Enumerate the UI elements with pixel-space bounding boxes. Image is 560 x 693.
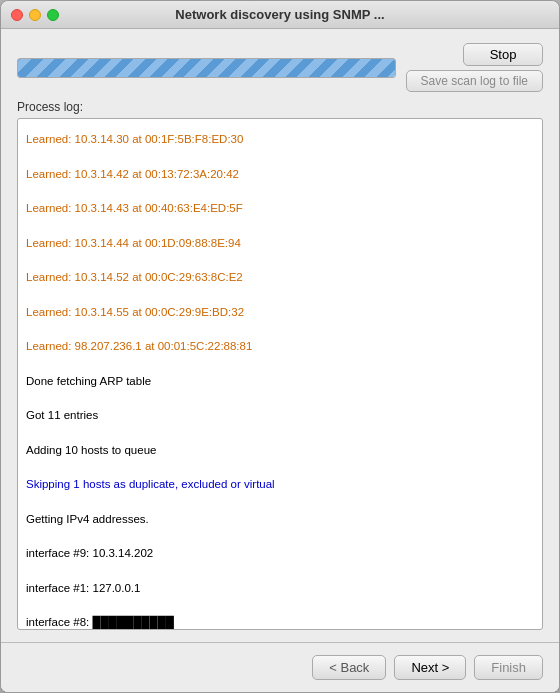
log-text[interactable]: Collecting data ... SNMPCrawler started … xyxy=(18,119,542,629)
window-title: Network discovery using SNMP ... xyxy=(175,7,384,22)
log-line: Learned: 10.3.14.55 at 00:0C:29:9E:BD:32 xyxy=(26,304,534,321)
log-line: Skipping 1 hosts as duplicate, excluded … xyxy=(26,476,534,493)
save-log-button[interactable]: Save scan log to file xyxy=(406,70,543,92)
log-line: Learned: 10.3.14.30 at 00:1F:5B:F8:ED:30 xyxy=(26,131,534,148)
log-line: Learned: 98.207.236.1 at 00:01:5C:22:88:… xyxy=(26,338,534,355)
back-button[interactable]: < Back xyxy=(312,655,386,680)
log-line: interface #8: ██████████ xyxy=(26,614,534,629)
traffic-lights xyxy=(11,9,59,21)
main-window: Network discovery using SNMP ... Stop Sa… xyxy=(0,0,560,693)
close-button[interactable] xyxy=(11,9,23,21)
log-line: interface #1: 127.0.0.1 xyxy=(26,580,534,597)
log-line: Got 11 entries xyxy=(26,407,534,424)
bottom-bar: < Back Next > Finish xyxy=(1,642,559,692)
log-line: Learned: 10.3.14.44 at 00:1D:09:88:8E:94 xyxy=(26,235,534,252)
finish-button[interactable]: Finish xyxy=(474,655,543,680)
log-line: Getting IPv4 addresses. xyxy=(26,511,534,528)
progress-bar-wrapper xyxy=(17,58,396,78)
log-line: Learned: 10.3.14.42 at 00:13:72:3A:20:42 xyxy=(26,166,534,183)
log-label: Process log: xyxy=(17,100,543,114)
top-controls: Stop Save scan log to file xyxy=(406,43,543,92)
minimize-button[interactable] xyxy=(29,9,41,21)
log-line: Learned: 10.3.14.52 at 00:0C:29:63:8C:E2 xyxy=(26,269,534,286)
log-container: Collecting data ... SNMPCrawler started … xyxy=(17,118,543,630)
maximize-button[interactable] xyxy=(47,9,59,21)
stop-button[interactable]: Stop xyxy=(463,43,543,66)
content-area: Stop Save scan log to file Process log: … xyxy=(1,29,559,642)
log-line: Learned: 10.3.14.43 at 00:40:63:E4:ED:5F xyxy=(26,200,534,217)
title-bar: Network discovery using SNMP ... xyxy=(1,1,559,29)
top-row: Stop Save scan log to file xyxy=(17,43,543,92)
next-button[interactable]: Next > xyxy=(394,655,466,680)
log-line: Done fetching ARP table xyxy=(26,373,534,390)
progress-bar xyxy=(18,59,395,77)
log-line: Adding 10 hosts to queue xyxy=(26,442,534,459)
log-line: interface #9: 10.3.14.202 xyxy=(26,545,534,562)
